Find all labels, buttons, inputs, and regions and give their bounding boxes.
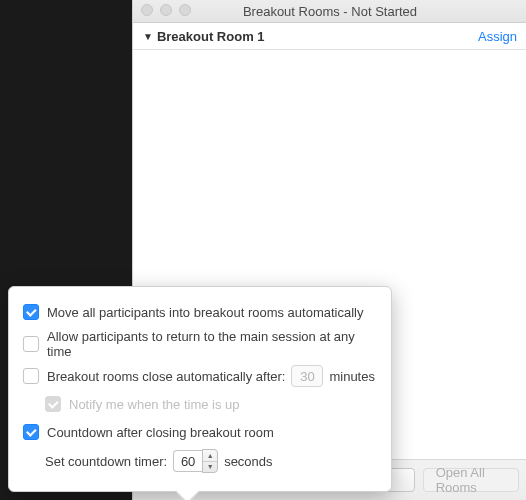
option-label: Move all participants into breakout room…: [47, 305, 363, 320]
option-allow-return[interactable]: Allow participants to return to the main…: [23, 329, 381, 359]
option-label: Notify me when the time is up: [69, 397, 240, 412]
window-title: Breakout Rooms - Not Started: [243, 4, 417, 19]
disclosure-triangle-icon[interactable]: ▼: [143, 31, 153, 42]
room-row[interactable]: ▼ Breakout Room 1 Assign: [133, 23, 526, 50]
option-label: Countdown after closing breakout room: [47, 425, 274, 440]
options-popover: Move all participants into breakout room…: [8, 286, 392, 492]
room-name-label: Breakout Room 1: [157, 29, 265, 44]
stepper-value[interactable]: 60: [173, 450, 202, 472]
checkbox-allow-return[interactable]: [23, 336, 39, 352]
option-label: Set countdown timer:: [45, 454, 167, 469]
close-window-button[interactable]: [141, 4, 153, 16]
option-auto-close[interactable]: Breakout rooms close automatically after…: [23, 365, 381, 387]
countdown-seconds-stepper[interactable]: 60 ▲ ▼: [173, 449, 218, 473]
assign-link[interactable]: Assign: [478, 29, 517, 44]
checkbox-countdown[interactable]: [23, 424, 39, 440]
option-label-unit: minutes: [329, 369, 375, 384]
checkbox-move-auto[interactable]: [23, 304, 39, 320]
zoom-window-button[interactable]: [179, 4, 191, 16]
checkbox-auto-close[interactable]: [23, 368, 39, 384]
option-label: Allow participants to return to the main…: [47, 329, 381, 359]
option-countdown[interactable]: Countdown after closing breakout room: [23, 421, 381, 443]
open-all-rooms-label: Open All Rooms: [436, 465, 506, 495]
option-move-automatically[interactable]: Move all participants into breakout room…: [23, 301, 381, 323]
window-titlebar: Breakout Rooms - Not Started: [133, 0, 526, 23]
window-controls: [141, 4, 191, 16]
option-label-unit: seconds: [224, 454, 272, 469]
minimize-window-button[interactable]: [160, 4, 172, 16]
stepper-up-icon[interactable]: ▲: [203, 450, 217, 462]
checkbox-notify-disabled: [45, 396, 61, 412]
option-notify-time-up: Notify me when the time is up: [23, 393, 381, 415]
minutes-input[interactable]: 30: [291, 365, 323, 387]
option-countdown-timer-row: Set countdown timer: 60 ▲ ▼ seconds: [23, 449, 381, 473]
option-label: Breakout rooms close automatically after…: [47, 369, 285, 384]
stepper-buttons[interactable]: ▲ ▼: [202, 449, 218, 473]
stepper-down-icon[interactable]: ▼: [203, 462, 217, 473]
open-all-rooms-button: Open All Rooms: [423, 468, 519, 492]
